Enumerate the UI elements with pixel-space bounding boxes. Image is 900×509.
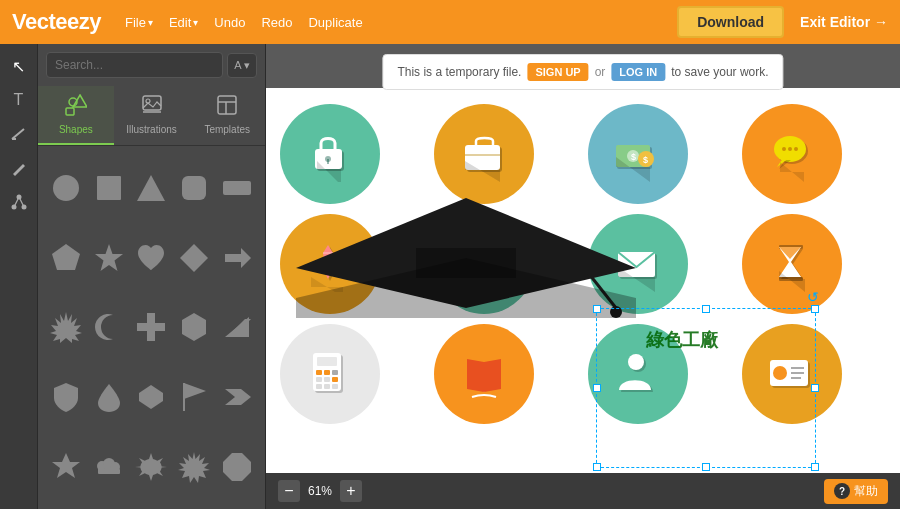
graduation-hat-overlay[interactable]	[296, 188, 636, 332]
tab-shapes[interactable]: Shapes	[38, 86, 114, 145]
svg-rect-8	[66, 108, 74, 115]
shape-flag[interactable]	[176, 365, 213, 429]
svg-line-6	[19, 197, 24, 207]
svg-point-59	[788, 147, 792, 151]
svg-marker-24	[225, 248, 251, 268]
shape-heart[interactable]	[133, 226, 170, 290]
shape-moon[interactable]	[91, 296, 128, 360]
file-chevron-icon: ▾	[148, 17, 153, 28]
svg-rect-82	[316, 384, 322, 389]
svg-line-5	[14, 197, 19, 207]
edit-chevron-icon: ▾	[193, 17, 198, 28]
menu-duplicate[interactable]: Duplicate	[308, 15, 362, 30]
line-tool[interactable]	[5, 120, 33, 148]
shape-arrow-right[interactable]	[218, 226, 255, 290]
icon-chat[interactable]	[742, 104, 842, 204]
shape-chevron[interactable]	[218, 365, 255, 429]
signup-button[interactable]: SIGN UP	[527, 63, 588, 81]
templates-tab-icon	[216, 94, 238, 121]
shape-rounded-square[interactable]	[176, 156, 213, 220]
svg-marker-23	[180, 244, 208, 272]
shape-circle[interactable]	[48, 156, 85, 220]
svg-rect-76	[316, 370, 322, 375]
svg-text:$: $	[631, 152, 636, 162]
svg-text:$: $	[643, 155, 648, 165]
pen-tool[interactable]	[5, 154, 33, 182]
svg-marker-41	[178, 452, 210, 483]
text-tool[interactable]: T	[5, 86, 33, 114]
menu-file[interactable]: File ▾	[125, 15, 153, 30]
canvas-area: This is a temporary file. SIGN UP or LOG…	[266, 44, 900, 509]
svg-point-86	[628, 354, 644, 370]
zoom-value: 61%	[308, 484, 332, 498]
svg-point-16	[53, 175, 79, 201]
svg-marker-27	[182, 313, 206, 341]
shape-gear[interactable]	[133, 435, 170, 499]
svg-line-0	[12, 129, 24, 139]
shape-burst[interactable]	[176, 435, 213, 499]
search-input[interactable]	[46, 52, 223, 78]
exit-editor-button[interactable]: Exit Editor →	[800, 14, 888, 30]
tab-illustrations[interactable]: Illustrations	[114, 86, 190, 145]
icon-hourglass[interactable]	[742, 214, 842, 314]
download-button[interactable]: Download	[677, 6, 784, 38]
shape-diamond[interactable]	[176, 226, 213, 290]
shape-cloud[interactable]	[91, 435, 128, 499]
select-tool[interactable]: ↖	[5, 52, 33, 80]
icon-calculator[interactable]	[280, 324, 380, 424]
shape-hexagon[interactable]	[176, 296, 213, 360]
svg-point-58	[782, 147, 786, 151]
illustrations-tab-icon	[141, 94, 163, 121]
watermark: 綠色工廠	[646, 328, 718, 352]
shape-square[interactable]	[91, 156, 128, 220]
login-button[interactable]: LOG IN	[611, 63, 665, 81]
shape-droplet[interactable]	[91, 365, 128, 429]
help-icon: ?	[834, 483, 850, 499]
shape-octagon[interactable]	[218, 435, 255, 499]
left-toolbar: ↖ T	[0, 44, 38, 509]
svg-marker-22	[95, 244, 123, 271]
svg-marker-33	[225, 389, 251, 405]
canvas-bottom-bar: − 61% + ? 幫助	[266, 473, 900, 509]
svg-rect-84	[332, 384, 338, 389]
node-tool[interactable]	[5, 188, 33, 216]
zoom-in-button[interactable]: +	[340, 480, 362, 502]
shape-shield[interactable]	[48, 365, 85, 429]
top-bar: Vecteezy File ▾ Edit ▾ Undo Redo Duplica…	[0, 0, 900, 44]
svg-rect-46	[327, 159, 329, 164]
svg-rect-20	[223, 181, 251, 195]
shape-parallelogram[interactable]	[218, 296, 255, 360]
icon-book-open[interactable]	[434, 324, 534, 424]
tab-templates[interactable]: Templates	[189, 86, 265, 145]
shape-pentagon[interactable]	[48, 226, 85, 290]
left-panel: A ▾ Shapes	[38, 44, 266, 509]
menu-redo[interactable]: Redo	[261, 15, 292, 30]
svg-point-89	[773, 366, 787, 380]
svg-rect-79	[316, 377, 322, 382]
shape-starburst[interactable]	[48, 296, 85, 360]
shape-cross[interactable]	[133, 296, 170, 360]
shape-triangle[interactable]	[133, 156, 170, 220]
menu-undo[interactable]: Undo	[214, 15, 245, 30]
sort-button[interactable]: A ▾	[227, 53, 257, 78]
shape-star6[interactable]	[48, 435, 85, 499]
shape-rhombus[interactable]	[133, 365, 170, 429]
zoom-out-button[interactable]: −	[278, 480, 300, 502]
shapes-grid	[38, 146, 265, 509]
shape-wide-rect[interactable]	[218, 156, 255, 220]
help-button[interactable]: ? 幫助	[824, 479, 888, 504]
svg-rect-17	[97, 176, 121, 200]
svg-rect-83	[324, 384, 330, 389]
main-area: ↖ T A ▾	[0, 44, 900, 509]
svg-point-60	[794, 147, 798, 151]
menu-edit[interactable]: Edit ▾	[169, 15, 198, 30]
svg-marker-34	[52, 453, 80, 478]
canvas-white[interactable]: $ $	[266, 88, 900, 473]
svg-marker-21	[52, 244, 80, 270]
svg-marker-26	[137, 313, 165, 341]
svg-marker-30	[139, 385, 163, 409]
svg-marker-42	[223, 453, 251, 481]
shape-star5[interactable]	[91, 226, 128, 290]
icon-id-card[interactable]	[742, 324, 842, 424]
logo: Vecteezy	[12, 9, 101, 35]
